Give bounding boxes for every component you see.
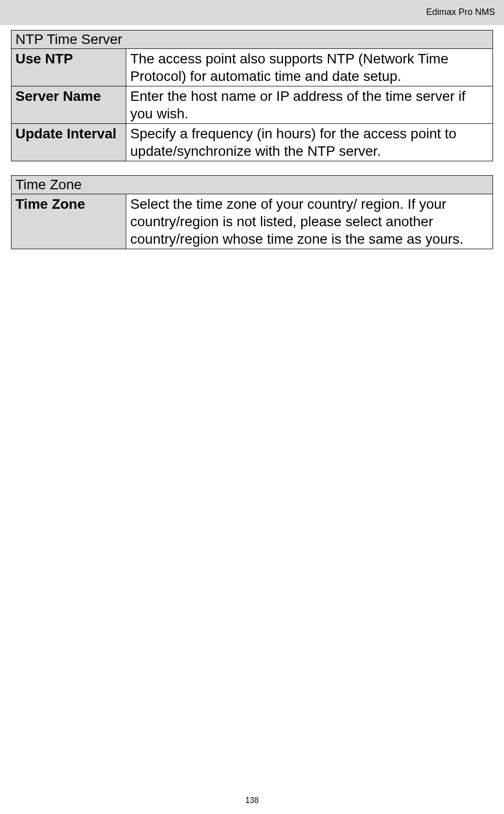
page-content: NTP Time Server Use NTP The access point… — [0, 25, 504, 249]
ntp-section-header: NTP Time Server — [11, 30, 493, 49]
document-header: Edimax Pro NMS — [426, 7, 495, 17]
row-label: Use NTP — [11, 49, 126, 86]
table-row: Update Interval Specify a frequency (in … — [11, 124, 493, 161]
ntp-time-server-table: NTP Time Server Use NTP The access point… — [11, 30, 493, 161]
row-value: The access point also supports NTP (Netw… — [126, 49, 493, 86]
table-row: Use NTP The access point also supports N… — [11, 49, 493, 86]
row-value: Enter the host name or IP address of the… — [126, 86, 493, 124]
row-value: Specify a frequency (in hours) for the a… — [126, 124, 493, 161]
row-label: Update Interval — [11, 124, 126, 161]
table-row: Time Zone Select the time zone of your c… — [11, 194, 493, 249]
row-label: Time Zone — [11, 194, 126, 249]
tz-section-header: Time Zone — [11, 176, 493, 194]
table-row: Server Name Enter the host name or IP ad… — [11, 86, 493, 124]
time-zone-table: Time Zone Time Zone Select the time zone… — [11, 175, 493, 249]
page-number: 138 — [0, 796, 504, 805]
row-value: Select the time zone of your country/ re… — [126, 194, 493, 249]
row-label: Server Name — [11, 86, 126, 124]
